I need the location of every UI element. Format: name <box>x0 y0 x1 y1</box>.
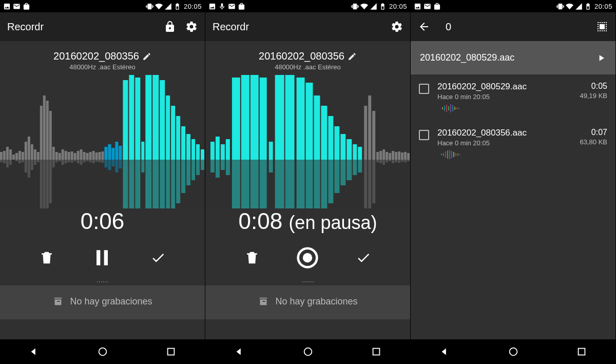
screen-recordings-list: 20:05 0 20160202_080529.aac 20160202_080… <box>411 0 616 364</box>
record-button[interactable] <box>296 246 319 269</box>
wifi-icon <box>566 3 573 10</box>
timer-value: 0:06 <box>81 208 125 234</box>
nav-home-icon[interactable] <box>508 346 519 357</box>
nav-recent-icon[interactable] <box>576 346 587 357</box>
recording-panel: 20160202_080356 48000Hz .aac Estéreo <box>0 41 205 339</box>
battery-icon <box>584 3 592 10</box>
recording-format: 48000Hz .aac Estéreo <box>210 63 405 71</box>
svg-rect-92 <box>205 160 410 208</box>
waveform-display <box>0 75 205 208</box>
pause-button[interactable] <box>91 246 113 269</box>
nav-back-icon[interactable] <box>29 346 40 357</box>
app-title: Recordr <box>213 21 381 33</box>
done-button[interactable] <box>356 250 371 265</box>
gmail-icon <box>13 3 21 10</box>
app-bar: Recordr <box>205 12 410 41</box>
done-button[interactable] <box>150 250 166 265</box>
back-arrow-icon[interactable] <box>418 21 430 33</box>
status-clock: 20:05 <box>184 3 202 10</box>
list-item[interactable]: 20160202_080529.aac Hace 0 min 20:05 0:0… <box>411 74 615 121</box>
list-item[interactable]: 20160202_080356.aac Hace 0 min 20:05 0:0… <box>411 121 615 167</box>
vibrate-icon <box>146 3 153 10</box>
archive-icon <box>258 296 269 307</box>
mini-waveform <box>437 150 478 159</box>
drag-handle[interactable] <box>301 281 315 283</box>
gmail-icon <box>424 3 431 10</box>
image-icon <box>3 3 11 10</box>
shopping-bag-icon <box>433 3 441 10</box>
now-playing-bar[interactable]: 20160202_080529.aac <box>411 41 615 74</box>
edit-icon[interactable] <box>142 52 151 61</box>
item-duration: 0:07 <box>580 128 608 137</box>
recording-filename[interactable]: 20160202_080356 <box>53 50 151 62</box>
drag-handle[interactable] <box>96 281 109 283</box>
waveform-display <box>205 75 410 208</box>
archive-icon <box>52 296 64 307</box>
recordings-empty-text: No hay grabaciones <box>275 296 357 307</box>
svg-point-116 <box>509 348 517 356</box>
signal-icon <box>370 3 377 10</box>
recording-filename[interactable]: 20160202_080356 <box>259 50 357 62</box>
item-filesize: 49,19 KB <box>580 92 608 100</box>
nav-recent-icon[interactable] <box>165 346 177 357</box>
timer-value: 0:08 <box>239 208 283 234</box>
gmail-icon <box>228 3 236 10</box>
svg-rect-4 <box>12 155 15 160</box>
nav-recent-icon[interactable] <box>371 346 382 357</box>
recording-panel: 20160202_080356 48000Hz .aac Estéreo <box>205 41 410 339</box>
app-title: Recordr <box>7 21 155 33</box>
delete-button[interactable] <box>244 250 260 265</box>
lock-icon[interactable] <box>164 21 176 33</box>
vibrate-icon <box>351 3 359 10</box>
edit-icon[interactable] <box>348 52 357 61</box>
item-filename: 20160202_080356.aac <box>437 128 572 138</box>
select-all-icon[interactable] <box>596 21 608 33</box>
nav-home-icon[interactable] <box>302 346 314 357</box>
play-icon[interactable] <box>596 53 606 63</box>
svg-point-94 <box>303 253 312 262</box>
now-playing-title: 20160202_080529.aac <box>420 52 514 63</box>
vibrate-icon <box>556 3 564 10</box>
item-filename: 20160202_080529.aac <box>437 82 572 92</box>
android-nav-bar <box>205 339 410 364</box>
gear-icon[interactable] <box>391 21 403 33</box>
image-icon <box>208 3 216 10</box>
recording-format: 48000Hz .aac Estéreo <box>5 63 200 71</box>
android-nav-bar <box>411 339 615 364</box>
item-subtitle: Hace 0 min 20:05 <box>437 93 572 101</box>
selection-count: 0 <box>446 21 587 33</box>
nav-home-icon[interactable] <box>97 346 108 357</box>
screen-recording: 20:05 Recordr 20160202_080356 48000Hz .a… <box>0 0 205 364</box>
recording-timer: 0:08 (en pausa) <box>205 208 410 234</box>
item-filesize: 63,80 KB <box>580 138 608 146</box>
svg-point-95 <box>304 348 312 356</box>
svg-rect-54 <box>0 160 205 208</box>
checkbox[interactable] <box>419 84 429 94</box>
status-bar: 20:05 <box>411 0 615 12</box>
status-bar: 20:05 <box>0 0 205 12</box>
image-icon <box>414 3 421 10</box>
recordings-list[interactable]: 20160202_080529.aac Hace 0 min 20:05 0:0… <box>411 74 615 339</box>
checkbox[interactable] <box>419 130 429 140</box>
nav-back-icon[interactable] <box>439 346 451 357</box>
signal-icon <box>164 3 172 10</box>
delete-button[interactable] <box>39 250 54 265</box>
recording-controls <box>0 234 205 281</box>
shopping-bag-icon <box>23 3 30 10</box>
signal-icon <box>575 3 583 10</box>
battery-icon <box>379 3 387 10</box>
svg-point-55 <box>99 348 106 356</box>
svg-rect-117 <box>578 349 585 355</box>
recording-timer: 0:06 <box>0 208 205 234</box>
selection-app-bar: 0 <box>411 12 615 41</box>
recordings-empty-text: No hay grabaciones <box>70 296 152 307</box>
recording-controls <box>205 234 410 281</box>
recordings-empty[interactable]: No hay grabaciones <box>205 285 410 319</box>
mini-waveform <box>437 104 478 113</box>
nav-back-icon[interactable] <box>234 346 245 357</box>
mic-icon <box>218 3 226 10</box>
svg-rect-56 <box>167 349 174 355</box>
android-nav-bar <box>0 339 205 364</box>
gear-icon[interactable] <box>185 21 198 33</box>
recordings-empty[interactable]: No hay grabaciones <box>0 285 205 319</box>
